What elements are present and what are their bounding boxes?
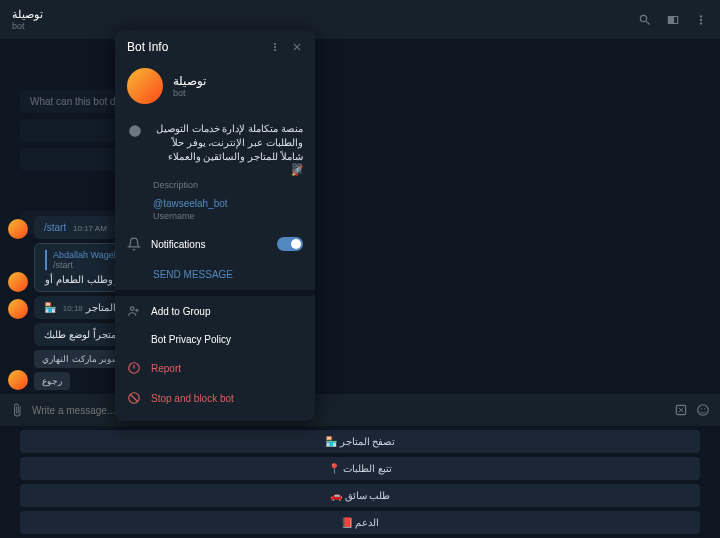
attach-icon[interactable] <box>10 403 24 417</box>
kb-support[interactable]: 📕 الدعم <box>20 511 700 534</box>
username-label: Username <box>153 211 303 221</box>
bot-description: منصة متكاملة لإدارة خدمات التوصيل والطلب… <box>153 122 303 178</box>
block-icon <box>127 391 141 405</box>
more-icon[interactable] <box>269 41 281 53</box>
add-to-group-button[interactable]: Add to Group <box>115 296 315 326</box>
reply-keyboard: 🏪 تصفح المتاجر 📍 تتبع الطلبات 🚗 طلب سائق… <box>0 426 720 538</box>
bot-avatar[interactable] <box>127 68 163 104</box>
description-label: Description <box>153 180 303 190</box>
svg-line-12 <box>131 395 138 402</box>
sidebar-icon[interactable] <box>666 13 680 27</box>
chat-header: توصيلة bot <box>0 0 720 40</box>
avatar[interactable] <box>8 370 28 390</box>
avatar[interactable] <box>8 272 28 292</box>
chat-title: توصيلة <box>12 8 43 21</box>
svg-point-7 <box>131 307 135 311</box>
svg-point-1 <box>698 405 709 416</box>
start-command: /start 10:17 AM <box>34 216 117 239</box>
command-icon[interactable] <box>674 403 688 417</box>
send-message-button[interactable]: SEND MESSAGE <box>115 259 315 290</box>
chat-area: What can this bot do? رنت، يوفر حلاً شام… <box>0 40 720 394</box>
back-button[interactable]: رجوع <box>34 372 70 390</box>
add-group-icon <box>127 304 141 318</box>
avatar[interactable] <box>8 219 28 239</box>
notifications-label: Notifications <box>151 239 205 250</box>
kb-browse-stores[interactable]: 🏪 تصفح المتاجر <box>20 430 700 453</box>
kb-track-orders[interactable]: 📍 تتبع الطلبات <box>20 457 700 480</box>
info-icon <box>128 124 142 138</box>
report-icon <box>127 361 141 375</box>
chat-subtitle: bot <box>12 21 43 31</box>
bot-subtitle: bot <box>173 88 206 98</box>
emoji-icon[interactable] <box>696 403 710 417</box>
close-icon[interactable] <box>291 41 303 53</box>
avatar[interactable] <box>8 299 28 319</box>
stop-block-button[interactable]: Stop and block bot <box>115 383 315 413</box>
bot-username[interactable]: @tawseelah_bot <box>153 198 303 209</box>
qr-icon[interactable] <box>291 162 303 174</box>
privacy-policy-button[interactable]: Bot Privacy Policy <box>115 326 315 353</box>
more-icon[interactable] <box>694 13 708 27</box>
search-icon[interactable] <box>638 13 652 27</box>
bell-icon <box>127 237 141 251</box>
notifications-toggle[interactable] <box>277 237 303 251</box>
bot-info-modal: Bot Info توصيلة bot منصة متكاملة لإدارة … <box>115 30 315 421</box>
report-button[interactable]: Report <box>115 353 315 383</box>
kb-request-driver[interactable]: 🚗 طلب سائق <box>20 484 700 507</box>
modal-title: Bot Info <box>127 40 168 54</box>
bot-name: توصيلة <box>173 74 206 88</box>
svg-point-3 <box>704 408 705 409</box>
supermarket-button[interactable]: سوبر ماركت النهاري <box>34 350 128 368</box>
svg-point-2 <box>701 408 702 409</box>
message-input-bar <box>0 394 720 426</box>
